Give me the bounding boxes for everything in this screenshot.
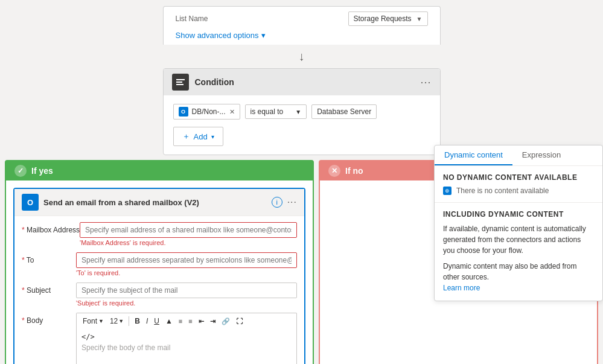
mailbox-input[interactable] [80, 222, 297, 238]
svg-rect-2 [176, 84, 183, 85]
including-title: INCLUDING DYNAMIC CONTENT [443, 210, 594, 219]
bullet-list-button[interactable]: ≡ [177, 317, 184, 325]
if-no-label: If no [345, 166, 363, 176]
subject-input[interactable] [76, 283, 297, 298]
bold-button[interactable]: B [133, 316, 142, 326]
body-placeholder: Specify the body of the mail [81, 343, 292, 352]
tag-text: DB/Non-... [192, 107, 226, 116]
arrow-symbol: ↓ [299, 49, 305, 63]
no-dynamic-text: There is no content available [456, 187, 549, 195]
mailbox-label: Mailbox Address [22, 222, 80, 234]
if-yes-label: If yes [31, 166, 53, 176]
add-condition-button[interactable]: ＋ Add ▾ [173, 127, 223, 146]
email-header: O Send an email from a shared mailbox (V… [14, 189, 304, 216]
mailbox-input-wrap: 'Mailbox Address' is required. [80, 222, 297, 246]
flow-arrow: ↓ [299, 49, 305, 63]
outlook-icon: O [22, 194, 39, 211]
to-error: 'To' is required. [76, 269, 297, 276]
tab-dynamic-content[interactable]: Dynamic content [435, 145, 512, 165]
tag-close-button[interactable]: ✕ [229, 108, 235, 116]
subject-error: 'Subject' is required. [76, 299, 297, 307]
condition-card: Condition ··· O DB/Non-... ✕ is equal to… [163, 68, 441, 155]
info-icon[interactable]: i [272, 197, 282, 208]
italic-button[interactable]: I [144, 316, 150, 326]
to-label: To [22, 252, 76, 264]
dynamic-content-panel: Dynamic content Expression NO DYNAMIC CO… [434, 145, 603, 301]
dynamic-tabs: Dynamic content Expression [435, 145, 602, 166]
condition-icon [172, 74, 189, 91]
to-input-wrap: 'To' is required. [76, 252, 297, 276]
mailbox-error: 'Mailbox Address' is required. [80, 239, 297, 246]
tab-expression[interactable]: Expression [512, 145, 570, 165]
chevron-down-icon: ▼ [416, 16, 423, 22]
add-label: Add [194, 132, 208, 141]
including-dynamic-section: INCLUDING DYNAMIC CONTENT If available, … [435, 203, 602, 301]
footer-text: Dynamic content may also be added from o… [443, 262, 576, 281]
body-area[interactable]: </> Specify the body of the mail [76, 329, 297, 364]
show-advanced-label: Show advanced options [176, 31, 259, 40]
to-input[interactable] [76, 252, 297, 268]
body-toolbar: Font ▼ 12 ▼ B I U ▲ ≡ [76, 313, 297, 329]
if-yes-panel: ✓ If yes O Send an email from a shared m… [5, 160, 314, 364]
font-size-value: 12 [110, 317, 118, 325]
highlight-button[interactable]: ▲ [164, 316, 174, 326]
chevron-down-icon: ▼ [98, 318, 104, 324]
condition-value[interactable]: Database Server [311, 104, 377, 119]
dynamic-footer: Dynamic content may also be added from o… [443, 261, 594, 293]
subject-label: Subject [22, 283, 76, 295]
indent-button[interactable]: ⇥ [208, 317, 217, 326]
condition-header-left: Condition [172, 74, 234, 91]
if-yes-header: ✓ If yes [6, 161, 313, 180]
no-dynamic-message: ⊕ There is no content available [443, 187, 594, 195]
chevron-down-icon: ▼ [295, 109, 301, 115]
subject-input-wrap: 'Subject' is required. [76, 283, 297, 307]
email-title: Send an email from a shared mailbox (V2) [43, 198, 199, 207]
email-body: Mailbox Address 'Mailbox Address' is req… [14, 216, 304, 364]
no-dynamic-section: NO DYNAMIC CONTENT AVAILABLE ⊕ There is … [435, 166, 602, 203]
condition-header: Condition ··· [164, 69, 440, 95]
tag-icon: O [179, 107, 188, 117]
numbered-list-button[interactable]: ≡ [187, 317, 194, 325]
show-advanced-button[interactable]: Show advanced options ▾ [176, 31, 428, 40]
x-icon: ✕ [328, 165, 340, 177]
body-input-wrap: Font ▼ 12 ▼ B I U ▲ ≡ [76, 313, 297, 364]
toolbar-separator [129, 316, 129, 326]
blue-dot-icon: ⊕ [443, 187, 451, 195]
list-name-value: Storage Requests [354, 14, 412, 23]
svg-rect-0 [176, 79, 185, 80]
list-name-dropdown[interactable]: Storage Requests ▼ [348, 11, 428, 26]
email-header-right: i ··· [272, 197, 297, 208]
condition-body: O DB/Non-... ✕ is equal to ▼ Database Se… [164, 95, 440, 155]
font-label: Font [83, 317, 97, 325]
condition-title: Condition [195, 77, 234, 87]
operator-label: is equal to [250, 107, 284, 116]
body-code: </> [81, 333, 292, 341]
mailbox-field-row: Mailbox Address 'Mailbox Address' is req… [22, 222, 297, 246]
no-dynamic-title: NO DYNAMIC CONTENT AVAILABLE [443, 173, 594, 182]
condition-operator[interactable]: is equal to ▼ [245, 104, 307, 119]
list-name-label: List Name [176, 14, 208, 23]
outdent-button[interactable]: ⇤ [197, 317, 206, 326]
link-button[interactable]: 🔗 [220, 317, 232, 326]
body-label: Body [22, 313, 76, 325]
image-button[interactable]: ⛶ [234, 317, 244, 325]
condition-row: O DB/Non-... ✕ is equal to ▼ Database Se… [173, 104, 430, 120]
condition-more-menu[interactable]: ··· [420, 76, 431, 89]
email-header-left: O Send an email from a shared mailbox (V… [22, 194, 199, 211]
chevron-down-icon: ▾ [211, 133, 214, 140]
underline-button[interactable]: U [152, 316, 161, 326]
email-more-menu[interactable]: ··· [287, 197, 297, 208]
email-card: O Send an email from a shared mailbox (V… [13, 188, 305, 364]
learn-more-link[interactable]: Learn more [443, 284, 480, 292]
font-size-select[interactable]: 12 ▼ [109, 316, 125, 327]
svg-rect-1 [176, 81, 182, 83]
plus-icon: ＋ [182, 131, 190, 142]
chevron-down-icon: ▼ [118, 318, 124, 324]
subject-field-row: Subject 'Subject' is required. [22, 283, 297, 307]
value-text: Database Server [317, 107, 371, 116]
condition-tag[interactable]: O DB/Non-... ✕ [173, 104, 240, 120]
body-field-row: Body Font ▼ 12 ▼ B [22, 313, 297, 364]
font-select[interactable]: Font ▼ [80, 316, 106, 327]
to-field-row: To 'To' is required. [22, 252, 297, 276]
chevron-down-icon: ▾ [261, 31, 266, 40]
